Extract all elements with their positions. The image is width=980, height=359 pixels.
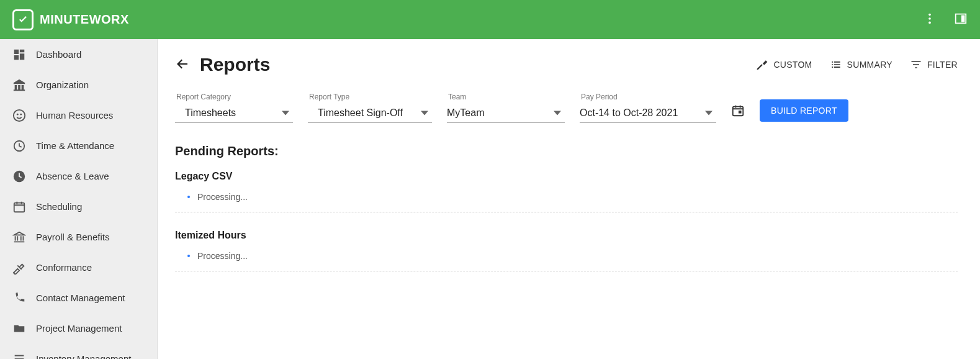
status-dot-icon [187,255,190,257]
list-icon [12,352,26,360]
sidebar-item-label: Organization [36,80,89,90]
summary-button[interactable]: SUMMARY [830,58,892,71]
custom-button[interactable]: CUSTOM [756,58,812,71]
svg-point-0 [928,14,931,16]
sidebar-item-scheduling[interactable]: Scheduling [0,191,157,222]
sidebar-item-dashboard[interactable]: Dashboard [0,39,157,70]
clock-solid-icon [12,170,26,183]
svg-point-2 [928,22,931,24]
type-value: Timesheet Sign-Off [318,107,403,119]
dashboard-icon [12,48,26,61]
sidebar-item-organization[interactable]: Organization [0,70,157,100]
sidebar-item-payroll[interactable]: Payroll & Benefits [0,222,157,252]
chevron-down-icon [421,109,428,117]
custom-label: CUSTOM [773,60,812,70]
report-name: Legacy CSV [175,171,958,182]
face-icon [12,109,26,122]
sidebar-item-label: Scheduling [36,201,82,212]
more-vert-icon[interactable] [923,12,937,27]
sidebar-item-time[interactable]: Time & Attendance [0,130,157,161]
report-status-row: Processing... [175,251,958,271]
calendar-icon [12,200,26,214]
sidebar-item-project[interactable]: Project Management [0,313,157,343]
svg-point-4 [14,109,25,120]
summary-label: SUMMARY [847,60,892,70]
report-status: Processing... [197,251,248,261]
main-content: Reports CUSTOM SUMMARY FILTER [158,39,980,359]
clock-icon [12,139,26,153]
period-select[interactable]: Oct-14 to Oct-28 2021 [580,105,716,123]
brand-logo[interactable]: MINUTEWORX [12,9,129,30]
type-select[interactable]: Timesheet Sign-Off [308,105,432,123]
report-name: Itemized Hours [175,230,958,241]
sidebar-item-conformance[interactable]: Conformance [0,252,157,283]
status-dot-icon [187,196,190,198]
sidebar-item-label: Contact Management [36,293,125,303]
filter-icon [910,58,922,71]
chevron-down-icon [554,109,561,117]
sidebar-item-label: Payroll & Benefits [36,232,109,242]
svg-rect-11 [739,111,742,114]
sidebar-item-label: Inventory Management [36,353,131,359]
calendar-icon [731,104,745,117]
top-bar: MINUTEWORX [0,0,980,39]
filter-button[interactable]: FILTER [910,58,958,71]
report-status: Processing... [197,192,248,202]
team-value: MyTeam [447,107,484,119]
calendar-button[interactable] [731,104,745,123]
svg-rect-9 [14,202,25,212]
pending-section-title: Pending Reports: [175,144,958,158]
svg-point-5 [17,113,19,115]
arrow-back-icon [175,57,190,71]
list-icon [830,58,842,71]
pending-report: Itemized Hours Processing... [175,230,958,271]
sidebar-item-inventory[interactable]: Inventory Management [0,343,157,359]
back-button[interactable] [175,57,190,73]
report-status-row: Processing... [175,192,958,212]
sidebar-item-label: Conformance [36,262,92,273]
build-report-button[interactable]: BUILD REPORT [760,99,848,122]
team-select[interactable]: MyTeam [447,105,565,123]
sidebar-item-absence[interactable]: Absence & Leave [0,161,157,191]
sidebar-item-label: Human Resources [36,110,113,120]
gavel-icon [12,261,26,275]
bank-icon [12,230,26,244]
team-label: Team [447,93,565,101]
sidebar-item-label: Absence & Leave [36,171,109,181]
period-value: Oct-14 to Oct-28 2021 [580,107,678,119]
chevron-down-icon [705,109,713,117]
svg-point-6 [20,113,22,115]
svg-point-1 [928,17,931,20]
brand-icon [12,9,34,30]
sidebar-item-label: Project Management [36,323,122,334]
sidebar-item-contact[interactable]: Contact Management [0,283,157,313]
sidebar-item-label: Dashboard [36,49,81,60]
category-select[interactable]: Timesheets [175,105,293,123]
sidebar: Dashboard Organization Human Resources T… [0,39,158,359]
sidebar-item-label: Time & Attendance [36,140,114,151]
page-title: Reports [200,54,270,75]
period-label: Pay Period [580,93,716,101]
pending-report: Legacy CSV Processing... [175,171,958,212]
filter-label: FILTER [927,60,958,70]
type-label: Report Type [308,93,432,101]
organization-icon [12,78,26,92]
panel-icon[interactable] [954,12,968,27]
category-value: Timesheets [185,107,236,119]
folder-icon [12,322,26,335]
sidebar-item-hr[interactable]: Human Resources [0,100,157,130]
svg-rect-10 [733,107,744,116]
phone-icon [12,291,26,305]
chevron-down-icon [282,109,289,117]
brand-text: MINUTEWORX [40,12,129,27]
category-label: Report Category [175,93,293,101]
svg-rect-3 [961,16,965,22]
wrench-icon [756,58,768,71]
